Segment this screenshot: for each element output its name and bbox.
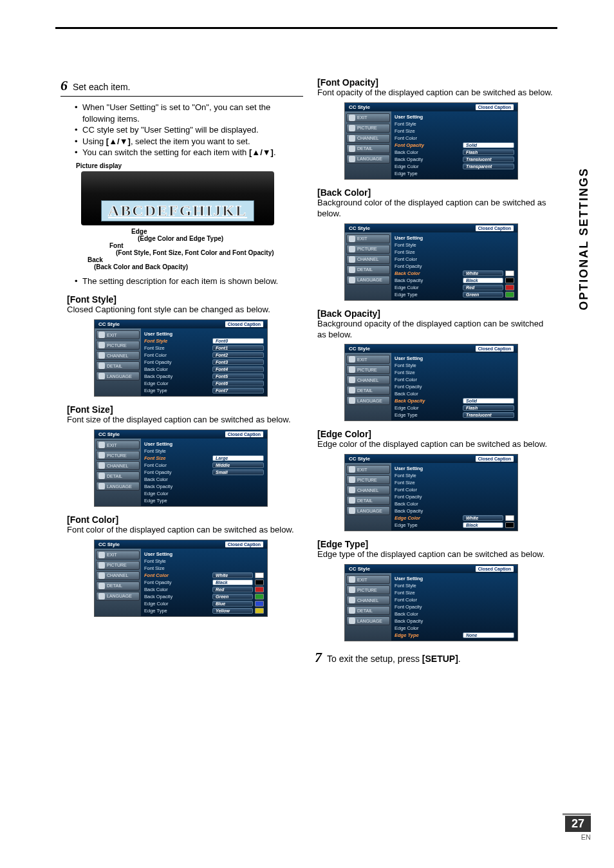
sidebar-icon (349, 466, 355, 473)
closed-caption-badge: Closed Caption (476, 225, 514, 231)
bullet: When "User Setting" is set to "On", you … (76, 102, 303, 124)
sidebar-icon (349, 387, 355, 393)
edge-type-body: Edge type of the displayed caption can b… (317, 549, 554, 560)
setting-label: Font Opacity (144, 469, 212, 475)
setting-row: Font ColorMiddle (144, 462, 264, 469)
sidebar-icon (98, 583, 105, 589)
sidebar-item: PICTURE (96, 451, 140, 460)
option-value: Flash (463, 405, 514, 411)
back-sub: (Back Color and Back Opacity) (94, 263, 303, 270)
sidebar-icon (349, 587, 355, 593)
setting-label: User Setting (144, 441, 212, 447)
option-value: Font6 (212, 381, 264, 386)
setting-row: Back ColorRed (144, 586, 264, 593)
setting-row: Back Color (395, 610, 514, 618)
sidebar-item: CHANNEL (346, 375, 390, 384)
setting-row: Back ColorWhite (395, 270, 514, 277)
setting-row: Font OpacitySmall (144, 469, 264, 476)
setting-label: Font Size (144, 455, 212, 461)
option-value: White (463, 515, 503, 521)
setting-row: User Setting (395, 355, 514, 362)
font-size-head: [Font Size] (67, 404, 303, 415)
color-swatch (255, 572, 264, 578)
setting-label: Font Size (395, 590, 463, 596)
sidebar-label: PICTURE (357, 588, 377, 592)
step-7-row: 7 To exit the setup, press [SETUP]. (315, 649, 554, 666)
sidebar-icon (98, 332, 105, 338)
setting-row: Edge ColorTransparent (395, 163, 514, 170)
setting-label: Edge Type (395, 292, 463, 297)
back-opacity-head: [Back Opacity] (317, 308, 554, 319)
sidebar-label: CHANNEL (107, 464, 128, 468)
option-value: Red (463, 285, 503, 290)
page-number: 27 (565, 816, 591, 832)
setting-label: Edge Type (144, 498, 212, 504)
footer-rule (563, 813, 591, 815)
bullet: CC style set by "User Setting" will be d… (76, 124, 303, 136)
sidebar-item: DETAIL (96, 471, 140, 480)
font-opacity-head: [Font Opacity] (317, 77, 554, 88)
sidebar-item: PICTURE (96, 561, 140, 570)
setting-label: Back Opacity (144, 594, 212, 599)
setting-label: Edge Type (144, 388, 212, 393)
setting-label: Edge Type (395, 171, 463, 176)
setting-label: Back Color (395, 501, 463, 507)
setting-label: Font Color (144, 352, 212, 358)
sidebar-label: LANGUAGE (357, 156, 382, 161)
setting-label: Font Style (395, 583, 463, 589)
sidebar-icon (349, 507, 355, 514)
setting-label: User Setting (144, 331, 212, 337)
sidebar-item: LANGUAGE (346, 616, 390, 625)
sidebar-item: LANGUAGE (346, 155, 390, 164)
menu-sidebar: EXITPICTURECHANNELDETAILLANGUAGE (95, 549, 141, 616)
page-content: 6 Set each item. When "User Setting" is … (64, 77, 554, 666)
color-swatch (255, 601, 264, 607)
setting-row: Font Size (144, 565, 264, 572)
setting-label: Edge Color (395, 515, 463, 521)
left-column: 6 Set each item. When "User Setting" is … (64, 77, 303, 666)
setting-row: Edge TypeBlack (395, 522, 514, 529)
setting-row: Edge ColorFont6 (144, 380, 264, 387)
menu-sidebar: EXITPICTURECHANNELDETAILLANGUAGE (345, 353, 391, 420)
sidebar-label: DETAIL (357, 267, 373, 272)
option-value: Font4 (212, 366, 264, 372)
menu-title: CC Style (98, 542, 120, 547)
sidebar-label: DETAIL (107, 364, 122, 368)
option-value: Yellow (212, 608, 253, 614)
sidebar-label: DETAIL (357, 609, 373, 613)
menu-header: CC StyleClosed Caption (345, 344, 517, 353)
sidebar-item: PICTURE (346, 585, 390, 594)
setting-label: Edge Color (395, 164, 463, 169)
menu-main: User SettingFont StyleFont SizeLargeFont… (141, 439, 267, 506)
font-style-head: [Font Style] (67, 294, 303, 305)
sidebar-item: LANGUAGE (96, 482, 140, 491)
setting-row: Back OpacityTranslucent (395, 156, 514, 163)
option-value: Solid (463, 398, 514, 404)
sidebar-item: EXIT (96, 440, 140, 449)
setting-row: Font Opacity (395, 603, 514, 610)
setting-label: Back Color (144, 366, 212, 372)
sidebar-icon (349, 397, 355, 404)
setting-label: Back Color (395, 149, 463, 155)
sidebar-icon (349, 267, 355, 273)
sidebar-label: PICTURE (107, 343, 127, 348)
sidebar-label: DETAIL (357, 498, 373, 503)
header-rule (55, 27, 557, 29)
sidebar-icon (349, 146, 355, 152)
sidebar-label: LANGUAGE (107, 374, 132, 379)
menu-title: CC Style (349, 566, 370, 572)
font-size-menu: CC StyleClosed CaptionEXITPICTURECHANNEL… (94, 429, 268, 507)
sidebar-label: DETAIL (107, 474, 122, 478)
color-swatch (505, 292, 514, 297)
setting-row: Font Color (395, 135, 514, 142)
setting-row: Edge TypeYellow (144, 607, 264, 614)
step-6-bullets: When "User Setting" is set to "On", you … (64, 102, 303, 158)
setting-row: User Setting (395, 234, 514, 241)
sidebar-label: EXIT (107, 552, 117, 557)
setting-label: Font Style (144, 338, 212, 344)
bullet: The setting description for each item is… (76, 276, 303, 287)
sidebar-label: DETAIL (107, 583, 122, 588)
sidebar-icon (349, 115, 355, 121)
color-swatch (505, 270, 514, 276)
back-opacity-menu: CC StyleClosed CaptionEXITPICTURECHANNEL… (344, 344, 518, 421)
